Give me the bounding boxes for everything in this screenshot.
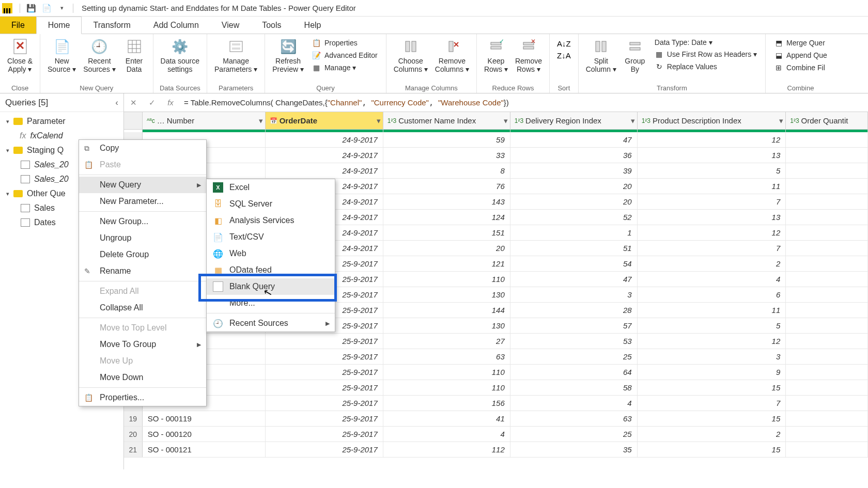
cell-customer-index[interactable]: 130 <box>383 318 510 333</box>
close-apply-button[interactable]: Close & Apply ▾ <box>4 36 36 74</box>
cell-delivery-index[interactable]: 54 <box>510 256 638 271</box>
cell-order-date[interactable]: 25-9-2017 <box>266 411 383 426</box>
first-row-headers-button[interactable]: ▦Use First Row as Headers ▾ <box>653 49 759 60</box>
cell-delivery-index[interactable]: 35 <box>510 442 638 457</box>
cell-product-index[interactable]: 5 <box>638 163 786 178</box>
cell-customer-index[interactable]: 41 <box>383 411 510 426</box>
filter-dropdown-icon[interactable]: ▾ <box>504 116 508 125</box>
cell-order-qty[interactable] <box>786 365 868 380</box>
save-icon[interactable]: 💾 <box>25 3 37 14</box>
cell-product-index[interactable]: 15 <box>638 411 786 426</box>
cell-customer-index[interactable]: 63 <box>383 349 510 364</box>
cell-order-qty[interactable] <box>786 256 868 271</box>
tab-add-column[interactable]: Add Column <box>142 17 210 34</box>
cell-order-qty[interactable] <box>786 179 868 194</box>
cell-order-qty[interactable] <box>786 194 868 209</box>
cell-customer-index[interactable]: 156 <box>383 396 510 411</box>
filter-dropdown-icon[interactable]: ▾ <box>779 116 783 125</box>
tab-transform[interactable]: Transform <box>82 17 142 34</box>
cell-order-qty[interactable] <box>786 411 868 426</box>
submenu-text-csv[interactable]: 📄Text/CSV <box>207 229 335 245</box>
cell-delivery-index[interactable]: 58 <box>510 380 638 395</box>
cell-delivery-index[interactable]: 25 <box>510 427 638 442</box>
qat-icon[interactable]: 📄 <box>41 3 52 14</box>
sort-desc-button[interactable]: Z↓A <box>554 50 574 61</box>
cell-product-index[interactable]: 12 <box>638 132 786 147</box>
accept-formula-icon[interactable]: ✓ <box>143 96 161 110</box>
cell-product-index[interactable]: 5 <box>638 318 786 333</box>
cell-customer-index[interactable]: 112 <box>383 442 510 457</box>
cell-delivery-index[interactable]: 3 <box>510 287 638 302</box>
cell-customer-index[interactable]: 8 <box>383 163 510 178</box>
append-queries-button[interactable]: ⬓Append Que <box>772 50 829 61</box>
menu-new-group[interactable]: New Group... <box>79 213 206 230</box>
cell-product-index[interactable]: 12 <box>638 225 786 240</box>
manage-button[interactable]: ▦Manage ▾ <box>310 62 380 73</box>
cell-order-qty[interactable] <box>786 442 868 457</box>
fx-icon[interactable]: fx <box>161 96 180 110</box>
cell-product-index[interactable]: 2 <box>638 256 786 271</box>
cell-customer-index[interactable]: 151 <box>383 225 510 240</box>
cell-delivery-index[interactable]: 36 <box>510 148 638 163</box>
submenu-blank-query[interactable]: Blank Query <box>207 278 335 295</box>
menu-properties[interactable]: 📋Properties... <box>79 389 206 406</box>
cell-delivery-index[interactable]: 47 <box>510 272 638 287</box>
collapse-pane-icon[interactable]: ‹ <box>115 98 118 108</box>
cell-delivery-index[interactable]: 53 <box>510 334 638 349</box>
cell-delivery-index[interactable]: 1 <box>510 225 638 240</box>
cell-order-number[interactable]: SO - 000119 <box>143 411 266 426</box>
remove-columns-button[interactable]: Remove Columns ▾ <box>432 36 472 74</box>
cell-customer-index[interactable]: 33 <box>383 148 510 163</box>
cell-product-index[interactable]: 9 <box>638 365 786 380</box>
manage-parameters-button[interactable]: Manage Parameters ▾ <box>211 36 260 74</box>
cell-customer-index[interactable]: 144 <box>383 303 510 318</box>
cell-order-date[interactable]: 25-9-2017 <box>266 365 383 380</box>
cell-delivery-index[interactable]: 63 <box>510 411 638 426</box>
table-row[interactable]: 25-9-2017275312 <box>124 334 868 349</box>
menu-ungroup[interactable]: Ungroup <box>79 230 206 246</box>
data-source-settings-button[interactable]: ⚙️Data source settings <box>158 36 203 74</box>
cell-delivery-index[interactable]: 28 <box>510 303 638 318</box>
formula-input[interactable]: = Table.RemoveColumns( ChangeDates,{"Cha… <box>180 98 868 107</box>
cell-customer-index[interactable]: 110 <box>383 365 510 380</box>
column-order-date[interactable]: 📅OrderDate▾ <box>266 112 383 129</box>
menu-rename[interactable]: ✎Rename <box>79 263 206 279</box>
cell-order-qty[interactable] <box>786 380 868 395</box>
cell-product-index[interactable]: 15 <box>638 442 786 457</box>
cell-product-index[interactable]: 6 <box>638 287 786 302</box>
cell-order-qty[interactable] <box>786 427 868 442</box>
cell-order-qty[interactable] <box>786 241 868 256</box>
cell-order-qty[interactable] <box>786 272 868 287</box>
cancel-formula-icon[interactable]: ✕ <box>124 96 143 110</box>
cell-product-index[interactable]: 7 <box>638 194 786 209</box>
cell-order-date[interactable]: 24-9-2017 <box>266 132 383 147</box>
cell-product-index[interactable]: 13 <box>638 148 786 163</box>
cell-order-date[interactable]: 25-9-2017 <box>266 396 383 411</box>
cell-delivery-index[interactable]: 20 <box>510 179 638 194</box>
cell-customer-index[interactable]: 110 <box>383 272 510 287</box>
sort-asc-button[interactable]: A↓Z <box>554 38 574 49</box>
cell-order-qty[interactable] <box>786 148 868 163</box>
submenu-sql-server[interactable]: 🗄SQL Server <box>207 196 335 212</box>
tab-tools[interactable]: Tools <box>251 17 292 34</box>
cell-delivery-index[interactable]: 57 <box>510 318 638 333</box>
table-row[interactable]: 24-9-2017333613 <box>124 148 868 163</box>
folder-parameter[interactable]: ▾Parameter <box>0 114 123 129</box>
choose-columns-button[interactable]: Choose Columns ▾ <box>391 36 431 74</box>
cell-customer-index[interactable]: 20 <box>383 241 510 256</box>
menu-new-query[interactable]: New Query▶ <box>79 177 206 193</box>
data-type-button[interactable]: Data Type: Date ▾ <box>653 37 759 48</box>
menu-collapse-all[interactable]: Collapse All <box>79 300 206 316</box>
column-product-index[interactable]: 1²3Product Description Index▾ <box>638 112 786 129</box>
tab-home[interactable]: Home <box>36 17 82 34</box>
tab-view[interactable]: View <box>210 17 251 34</box>
cell-product-index[interactable]: 12 <box>638 334 786 349</box>
advanced-editor-button[interactable]: 📝Advanced Editor <box>310 50 380 61</box>
cell-customer-index[interactable]: 27 <box>383 334 510 349</box>
cell-order-date[interactable]: 25-9-2017 <box>266 442 383 457</box>
recent-sources-button[interactable]: 🕘Recent Sources ▾ <box>80 36 118 74</box>
cell-delivery-index[interactable]: 20 <box>510 194 638 209</box>
table-row[interactable]: 24-9-20178395 <box>124 163 868 179</box>
cell-delivery-index[interactable]: 64 <box>510 365 638 380</box>
cell-order-date[interactable]: 24-9-2017 <box>266 163 383 178</box>
